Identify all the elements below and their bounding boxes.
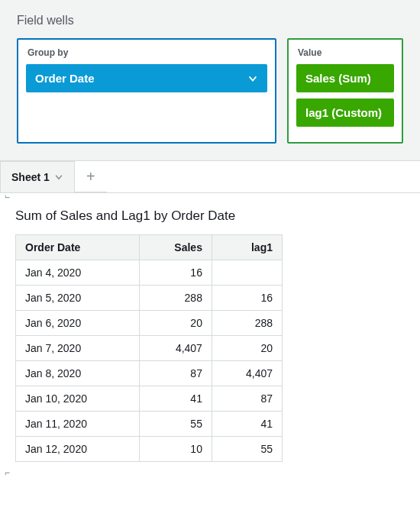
cell-lag1: 4,407 xyxy=(212,361,282,386)
sheet-tab[interactable]: Sheet 1 xyxy=(0,161,75,192)
table-row[interactable]: Jan 7, 20204,40720 xyxy=(16,336,283,361)
sheet-tabs-bar: Sheet 1 + xyxy=(0,161,420,193)
cell-lag1: 55 xyxy=(212,437,282,462)
visual-title: Sum of Sales and Lag1 by Order Date xyxy=(15,208,405,224)
value-field-label: Sales (Sum) xyxy=(305,72,371,85)
cell-sales: 41 xyxy=(140,386,212,412)
table-row[interactable]: Jan 10, 20204187 xyxy=(16,386,283,412)
cell-sales: 16 xyxy=(140,260,212,286)
table-row[interactable]: Jan 11, 20205541 xyxy=(16,412,283,437)
sheet-tab-label: Sheet 1 xyxy=(11,171,50,183)
value-well[interactable]: Value Sales (Sum) lag1 (Custom) xyxy=(287,38,403,144)
field-wells-panel: Field wells Group by Order Date Value Sa… xyxy=(0,0,420,161)
cell-sales: 4,407 xyxy=(140,336,212,361)
field-wells-row: Group by Order Date Value Sales (Sum) la… xyxy=(17,38,403,144)
cell-order-date: Jan 10, 2020 xyxy=(16,386,140,412)
chevron-down-icon xyxy=(247,73,258,84)
cell-order-date: Jan 7, 2020 xyxy=(16,336,140,361)
sheet-canvas: ⌐ Sum of Sales and Lag1 by Order Date Or… xyxy=(0,193,420,477)
cell-lag1 xyxy=(212,260,282,286)
column-header[interactable]: lag1 xyxy=(212,235,282,260)
column-header[interactable]: Order Date xyxy=(16,235,140,260)
selection-corner-icon: ⌐ xyxy=(5,193,10,202)
cell-lag1: 288 xyxy=(212,311,282,336)
chevron-down-icon xyxy=(54,173,63,182)
cell-sales: 10 xyxy=(140,437,212,462)
cell-order-date: Jan 8, 2020 xyxy=(16,361,140,386)
field-wells-title: Field wells xyxy=(17,14,403,27)
cell-order-date: Jan 12, 2020 xyxy=(16,437,140,462)
value-field-label: lag1 (Custom) xyxy=(305,106,382,119)
table-row[interactable]: Jan 4, 202016 xyxy=(16,260,283,286)
group-by-field-label: Order Date xyxy=(35,72,95,85)
cell-order-date: Jan 5, 2020 xyxy=(16,286,140,311)
plus-icon: + xyxy=(86,168,95,186)
group-by-label: Group by xyxy=(26,47,267,58)
cell-order-date: Jan 4, 2020 xyxy=(16,260,140,286)
value-field-pill[interactable]: Sales (Sum) xyxy=(296,64,394,92)
cell-order-date: Jan 11, 2020 xyxy=(16,412,140,437)
cell-lag1: 41 xyxy=(212,412,282,437)
cell-sales: 20 xyxy=(140,311,212,336)
selection-corner-icon: ⌐ xyxy=(5,468,10,477)
table-row[interactable]: Jan 6, 202020288 xyxy=(16,311,283,336)
value-label: Value xyxy=(296,47,394,58)
add-sheet-button[interactable]: + xyxy=(75,161,107,192)
value-field-pill[interactable]: lag1 (Custom) xyxy=(296,98,394,127)
table-row[interactable]: Jan 12, 20201055 xyxy=(16,437,283,462)
table-row[interactable]: Jan 8, 2020874,407 xyxy=(16,361,283,386)
cell-lag1: 16 xyxy=(212,286,282,311)
table-header-row: Order Date Sales lag1 xyxy=(16,235,283,260)
cell-lag1: 20 xyxy=(212,336,282,361)
column-header[interactable]: Sales xyxy=(140,235,212,260)
table-row[interactable]: Jan 5, 202028816 xyxy=(16,286,283,311)
cell-sales: 87 xyxy=(140,361,212,386)
cell-sales: 55 xyxy=(140,412,212,437)
pivot-table: Order Date Sales lag1 Jan 4, 202016Jan 5… xyxy=(15,234,283,462)
group-by-field-pill[interactable]: Order Date xyxy=(26,64,267,92)
group-by-well[interactable]: Group by Order Date xyxy=(17,38,276,144)
cell-lag1: 87 xyxy=(212,386,282,412)
cell-sales: 288 xyxy=(140,286,212,311)
cell-order-date: Jan 6, 2020 xyxy=(16,311,140,336)
